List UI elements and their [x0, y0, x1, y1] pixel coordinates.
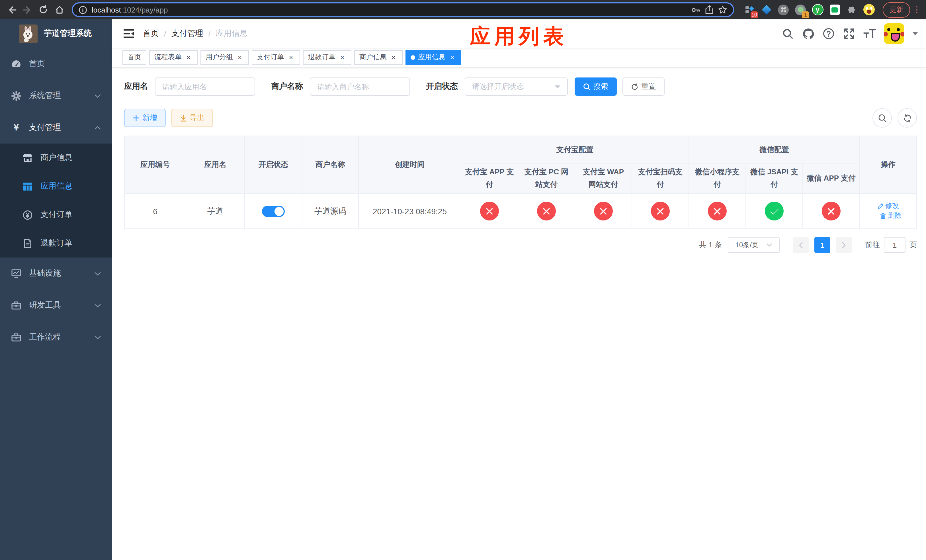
prev-page-button[interactable]: [793, 237, 809, 253]
sidebar: 芋道管理系统 首页 系统管理: [0, 20, 112, 560]
sidebar-item-label: 系统管理: [29, 91, 86, 101]
tab-home[interactable]: 首页: [123, 50, 146, 65]
tags-view-bar: 首页 流程表单 用户分组 支付订单 退款订单 商户信息 应用信息: [112, 48, 926, 67]
address-bar[interactable]: localhost:1024/pay/app: [72, 2, 734, 17]
breadcrumb-payment[interactable]: 支付管理: [171, 29, 203, 39]
delete-link-label: 删除: [888, 211, 902, 221]
add-button[interactable]: 新增: [124, 109, 166, 127]
edit-link-label: 修改: [885, 201, 899, 211]
status-toggle[interactable]: [262, 205, 285, 217]
delete-link[interactable]: 删除: [880, 211, 902, 221]
help-icon[interactable]: [822, 27, 835, 40]
col-header-wechat-app: 微信 APP 支付: [803, 163, 859, 194]
status-select[interactable]: 请选择开启状态: [465, 77, 568, 96]
edit-link[interactable]: 修改: [877, 201, 899, 211]
browser-menu-icon[interactable]: ⋮: [912, 5, 921, 15]
extensions-puzzle-icon[interactable]: [846, 4, 858, 16]
refresh-table-button[interactable]: [897, 108, 917, 128]
sidebar-item-label: 工作流程: [29, 332, 86, 342]
close-icon[interactable]: [236, 53, 244, 61]
font-size-icon[interactable]: [863, 27, 876, 40]
reset-button[interactable]: 重置: [622, 77, 664, 96]
share-icon[interactable]: [705, 5, 714, 14]
close-icon[interactable]: [185, 53, 192, 61]
shop-icon: [23, 153, 32, 162]
url-text: localhost:1024/pay/app: [92, 5, 686, 14]
bookmark-star-icon[interactable]: [718, 5, 727, 14]
tab-user-group[interactable]: 用户分组: [200, 50, 249, 65]
sidebar-item-home[interactable]: 首页: [0, 48, 112, 80]
grid-icon: [23, 182, 32, 191]
table-row: 6 芋道 芋道源码 2021-10-23 08:49:25: [124, 194, 917, 229]
cell-app-name: 芋道: [186, 194, 245, 229]
extension-kite-icon[interactable]: [760, 4, 772, 16]
channel-status-icon: [480, 202, 499, 221]
app-name-input[interactable]: [162, 82, 248, 91]
channel-status-icon: [765, 202, 784, 221]
col-header-status: 开启状态: [245, 136, 302, 194]
sidebar-item-system[interactable]: 系统管理: [0, 80, 112, 112]
extension-chat-icon[interactable]: [829, 4, 841, 16]
sidebar-item-infrastructure[interactable]: 基础设施: [0, 257, 112, 289]
github-icon[interactable]: [802, 27, 814, 40]
collapse-sidebar-icon[interactable]: [123, 27, 135, 40]
tab-process-form[interactable]: 流程表单: [149, 50, 198, 65]
sidebar-item-payment[interactable]: ¥ 支付管理: [0, 112, 112, 144]
site-info-icon[interactable]: [79, 5, 87, 14]
browser-profile-avatar[interactable]: [863, 4, 875, 16]
cell-created: 2021-10-23 08:49:25: [359, 194, 461, 229]
chevron-down-icon: [95, 94, 101, 98]
sidebar-item-dev-tools[interactable]: 研发工具: [0, 289, 112, 321]
field-label: 商户名称: [271, 82, 303, 92]
sidebar-item-app-info[interactable]: 应用信息: [0, 172, 112, 201]
tab-refund-order[interactable]: 退款订单: [303, 50, 351, 65]
search-button[interactable]: 搜索: [575, 77, 617, 96]
extension-command-icon[interactable]: ⌘: [777, 4, 789, 16]
chevron-down-icon: [95, 303, 101, 307]
next-page-button[interactable]: [836, 237, 852, 253]
refresh-icon[interactable]: [36, 3, 50, 17]
sidebar-item-workflow[interactable]: 工作流程: [0, 321, 112, 353]
select-placeholder: 请选择开启状态: [472, 82, 524, 92]
breadcrumb: 首页 / 支付管理 / 应用信息: [143, 29, 248, 39]
chevron-up-icon: [95, 126, 101, 130]
gear-icon: [11, 91, 21, 101]
home-icon[interactable]: [52, 3, 66, 17]
extension-blocks-icon[interactable]: 10: [743, 4, 755, 16]
close-icon[interactable]: [287, 53, 295, 61]
tab-label: 首页: [127, 52, 141, 62]
fullscreen-icon[interactable]: [843, 27, 855, 40]
search-icon[interactable]: [781, 27, 794, 40]
page-size-select[interactable]: 10条/页: [728, 237, 780, 253]
forward-icon[interactable]: [21, 3, 34, 17]
sidebar-item-pay-order[interactable]: 支付订单: [0, 201, 112, 229]
password-key-icon[interactable]: [691, 5, 701, 15]
breadcrumb-home[interactable]: 首页: [143, 29, 159, 39]
browser-update-button[interactable]: 更新: [883, 2, 910, 17]
chevron-down-icon: [767, 243, 772, 247]
extension-y-icon[interactable]: y: [811, 4, 823, 16]
user-avatar[interactable]: [884, 23, 904, 44]
sidebar-item-refund-order[interactable]: 退款订单: [0, 229, 112, 257]
merchant-name-input-wrap: [310, 77, 410, 96]
back-icon[interactable]: [5, 3, 18, 17]
merchant-name-input[interactable]: [317, 82, 402, 91]
page-number-button[interactable]: 1: [814, 237, 830, 253]
goto-page-input[interactable]: [884, 237, 905, 253]
close-icon[interactable]: [338, 53, 346, 61]
tab-pay-order[interactable]: 支付订单: [252, 50, 300, 65]
avatar-caret-icon[interactable]: [912, 32, 918, 35]
sidebar-logo[interactable]: 芋道管理系统: [0, 20, 112, 48]
tab-merchant-info[interactable]: 商户信息: [354, 50, 402, 65]
app-table: 应用编号 应用名 开启状态 商户名称 创建时间 支付宝配置 微信配置 操作 支付…: [124, 136, 917, 229]
export-button[interactable]: 导出: [171, 109, 213, 127]
close-icon[interactable]: [448, 53, 456, 61]
sidebar-item-label: 支付管理: [29, 123, 86, 133]
toggle-search-button[interactable]: [873, 108, 892, 128]
tab-app-info[interactable]: 应用信息: [406, 50, 461, 65]
chevron-down-icon: [95, 335, 101, 339]
page-unit-label: 页: [909, 240, 917, 250]
sidebar-item-merchant-info[interactable]: 商户信息: [0, 144, 112, 172]
close-icon[interactable]: [390, 53, 398, 61]
extension-record-icon[interactable]: 1: [794, 4, 806, 16]
